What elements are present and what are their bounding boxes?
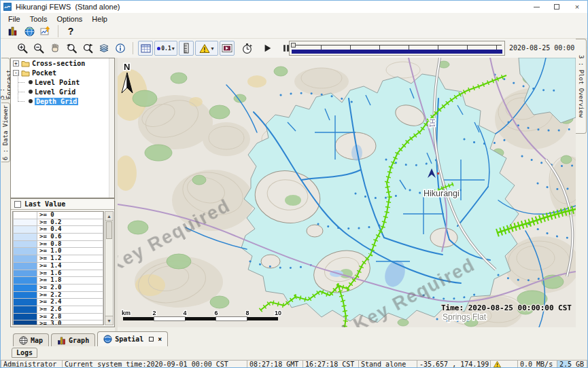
menu-item[interactable]: Help [87,14,112,24]
svg-text:10: 10 [275,310,281,316]
tree-item-pocket[interactable]: - Pocket [11,68,114,77]
maximize-panel-icon[interactable] [149,337,154,342]
warning-icon [493,361,502,368]
map-display-button[interactable] [22,24,37,39]
tree-item-depth-grid[interactable]: Depth Grid [11,96,114,106]
wireframe-globe-icon [19,336,28,345]
legend-row: >= 3.0 [13,320,103,325]
filter-tree-panel: + Cross-section - Pocket Level Point Lev… [10,58,115,198]
app-window: Hikurangi FEWS (Stand alone) × FileTools… [0,0,588,368]
tree-item-level-grid[interactable]: Level Grid [11,87,114,96]
svg-text:4: 4 [183,310,186,316]
help-button[interactable]: ? [63,24,78,39]
zoom-in-button[interactable] [15,41,30,56]
svg-text:2: 2 [152,310,156,316]
legend-row: >= 2.0 [13,284,103,292]
threshold-value: 0.1 [161,45,171,52]
close-panel-icon[interactable]: × [158,335,162,343]
legend-color-swatch [13,299,37,306]
maximize-button[interactable] [547,1,567,13]
chevron-down-icon: ▾ [211,45,213,52]
legend-row: >= 1.4 [13,263,103,270]
map-toolbar: 0.1 ▾ ▾ [1,39,576,58]
time-slider-range-bar [292,50,502,54]
scroll-down-icon[interactable]: ▼ [105,316,113,325]
menu-item[interactable]: Tools [25,14,52,24]
status-bar: Administrator Current system time:2020-0… [1,360,587,368]
left-tab-strip: 5 : Forecast 6 : Data Viewer [1,58,10,331]
zoom-out-button[interactable] [31,41,46,56]
explorer-icon [7,26,18,37]
tab-forecast[interactable]: 5 : Forecast [1,58,10,100]
tree-item-cross-section[interactable]: + Cross-section [11,58,114,68]
animation-timer-button[interactable] [239,41,254,56]
tab-logs[interactable]: Logs [12,348,37,358]
node-bullet-icon [29,90,33,94]
map-canvas: API Key Required API Key Required Hikura… [118,58,576,327]
town-label: Hikurangi [423,189,460,198]
time-slider[interactable] [289,41,505,56]
legend-color-swatch [13,320,37,325]
status-system-time: Current system time:2020-09-01 00:00 CST [62,360,247,368]
grid-display-button[interactable] [138,41,153,56]
tab-data-viewer[interactable]: 6 : Data Viewer [1,103,10,162]
expand-icon[interactable]: + [13,60,19,67]
tree-item-level-point[interactable]: Level Point [11,77,114,87]
zoom-next-button[interactable] [80,41,95,56]
scroll-up-icon[interactable]: ▲ [105,212,113,221]
timer-clock-icon [241,43,253,54]
bar-chart-icon [57,336,66,345]
maximize-icon [554,4,559,10]
tab-map[interactable]: Map [13,333,49,346]
layers-button[interactable] [97,41,111,56]
legend-scrollbar[interactable]: ▲ ▼ [105,211,114,325]
close-button[interactable]: × [567,1,587,13]
zoom-previous-button[interactable] [64,41,79,56]
tab-plot-overview[interactable]: 3 : Plot Overview [576,39,587,134]
selected-tree-item: Depth Grid [35,98,78,105]
legend-color-swatch [13,270,37,278]
menu-item[interactable]: File [3,14,25,24]
right-tab-strip: 3 : Plot Overview [575,39,587,331]
spatial-map-view[interactable]: API Key Required API Key Required Hikura… [118,58,576,327]
legend-color-swatch [13,292,37,299]
legend-color-swatch [13,277,37,284]
scrollbar-thumb[interactable] [106,221,112,239]
tree-scrollbar[interactable] [109,58,114,198]
spatial-globe-icon [103,335,112,344]
warning-icon [199,43,210,54]
legend-color-swatch [13,263,37,270]
minimize-button[interactable] [526,1,547,13]
tab-graph[interactable]: Graph [51,333,95,346]
pan-button[interactable] [48,41,63,56]
timeseries-button[interactable] [38,24,53,39]
threshold-dropdown[interactable]: 0.1 ▾ [154,41,177,56]
menu-item[interactable]: Options [52,14,87,24]
time-slider-handle[interactable] [291,43,296,48]
globe-icon [24,26,35,37]
scale-unit: km [122,310,131,316]
chevron-down-icon: ▾ [172,45,175,52]
zoom-out-icon [33,43,45,54]
last-value-checkbox[interactable] [14,201,21,208]
status-warning[interactable] [490,360,517,368]
status-user: Administrator [1,360,62,368]
grid-icon [141,44,151,53]
thresholds-warning-dropdown[interactable]: ▾ [195,41,218,56]
animation-panel-button[interactable] [220,41,235,56]
play-button[interactable] [260,41,275,56]
zoom-previous-icon [66,43,77,54]
legend-color-swatch [13,248,37,255]
explorer-button[interactable] [5,24,20,39]
legend-class-label: >= 2.0 [37,284,103,292]
time-slider-axis [292,45,502,50]
folder-icon [21,60,30,67]
status-download-speed: 0.0 MB/s [517,360,557,368]
map-time-label: Time: 2020-08-25 00:00:00 CST [441,303,572,312]
gauge-scale-button[interactable] [179,41,194,56]
info-button[interactable] [113,41,128,56]
main-toolbar: ? [1,24,587,39]
tab-spatial[interactable]: Spatial × [97,331,168,346]
toolbar-separator [58,25,58,37]
node-bullet-icon [29,80,33,84]
